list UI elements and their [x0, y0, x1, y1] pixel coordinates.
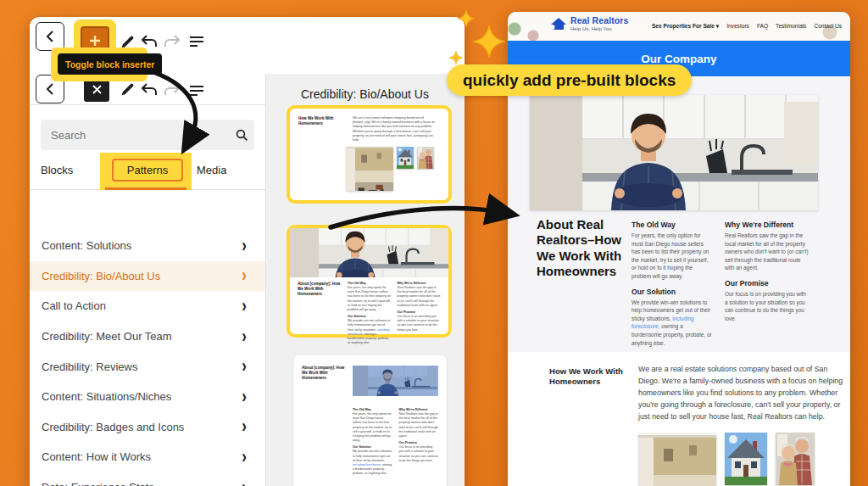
old-way-heading: The Old Way: [632, 221, 713, 229]
screenshot-canvas: Toggle block inserter: [0, 0, 868, 486]
chevron-right-icon: ›: [242, 234, 247, 257]
list-view-icon: [189, 36, 204, 47]
pattern-category-bio-about-us[interactable]: Credibility: Bio/About Us›: [30, 261, 265, 292]
about-column-2: Why We're Different Real Realtors saw th…: [725, 221, 810, 329]
pattern-category-experience-stats[interactable]: Data: Experience Stats›: [30, 472, 265, 486]
chevron-right-icon: ›: [242, 385, 247, 408]
chevron-right-icon: ›: [242, 476, 247, 486]
plus-icon: [89, 35, 101, 47]
mini-link[interactable]: including foreclosure,: [353, 463, 381, 466]
back-chevron-icon: [45, 83, 55, 95]
pattern3-heading: About [company]: How We Work With Homeow…: [302, 366, 346, 396]
search-box: [41, 120, 254, 150]
how-we-work-heading: How We Work With Homeowners: [549, 366, 638, 388]
category-label: Content: Situations/Niches: [42, 390, 171, 403]
list-view-icon: [189, 85, 204, 97]
pattern1-body: We are a real estate solutions company b…: [353, 116, 440, 142]
redo-icon: [164, 83, 181, 97]
tab-patterns-highlight[interactable]: Patterns: [100, 153, 192, 190]
pattern-category-badges-and-icons[interactable]: Credibility: Badges and Icons›: [30, 412, 265, 443]
pattern-category-how-it-works[interactable]: Content: How it Works›: [30, 442, 265, 472]
pattern2-heading: About [company]: How We Work With Homeow…: [298, 282, 342, 345]
pattern-preview-card-2[interactable]: About [company]: How We Work With Homeow…: [287, 225, 452, 338]
site-brand-name: Real Realtors: [570, 15, 628, 25]
mini-paragraph: Our focus is on providing you with a sol…: [398, 315, 442, 332]
site-logo[interactable]: Real Realtors Help Us, Help You: [550, 15, 628, 31]
category-label: Credibility: Meet Our Team: [42, 330, 172, 343]
pattern-category-reviews[interactable]: Credibility: Reviews›: [30, 351, 265, 382]
pattern-category-situations-niches[interactable]: Content: Situations/Niches›: [30, 382, 265, 412]
page-title: Our Company: [641, 53, 716, 65]
category-label: Call to Action: [42, 299, 106, 312]
pencil-icon: [120, 35, 135, 49]
pattern-preview-card-1[interactable]: How We Work With Homeowners We are a rea…: [287, 105, 452, 204]
sparkle-icon: [458, 10, 475, 27]
mini-heading: Our Promise: [399, 441, 439, 444]
pattern-category-list: Content: Solutions› Credibility: Bio/Abo…: [30, 231, 265, 486]
pattern1-heading: How We Work With Homeowners: [298, 116, 348, 142]
house-photo: [397, 147, 414, 169]
category-label: Credibility: Reviews: [42, 360, 137, 373]
pattern-category-call-to-action[interactable]: Call to Action›: [30, 291, 265, 321]
redo-icon: [164, 35, 181, 48]
chevron-right-icon: ›: [242, 265, 247, 288]
our-solution-heading: Our Solution: [632, 288, 713, 296]
mini-paragraph: We provide win-win solutions to help hom…: [353, 450, 392, 476]
our-promise-heading: Our Promise: [725, 279, 810, 288]
pattern-category-content-solutions[interactable]: Content: Solutions›: [30, 231, 265, 261]
category-label: Data: Experience Stats: [42, 481, 154, 486]
mini-heading: Our Solution: [353, 445, 392, 449]
site-nav: See Properties For Sale ▾ Investors FAQ …: [652, 23, 842, 30]
back-button[interactable]: [36, 22, 64, 51]
mini-paragraph: Our focus is on providing you with a sol…: [399, 445, 439, 463]
nav-faq[interactable]: FAQ: [757, 23, 768, 30]
chevron-right-icon: ›: [242, 325, 247, 348]
mini-heading: Our Solution: [348, 315, 392, 318]
our-solution-text: We provide win-win solutions to help hom…: [632, 299, 713, 348]
mini-heading: Our Promise: [398, 310, 442, 314]
tab-media[interactable]: Media: [197, 153, 226, 187]
old-way-text: For years, the only option for most San …: [632, 232, 713, 281]
how-we-work-images: [638, 433, 815, 486]
tab-blocks[interactable]: Blocks: [41, 153, 73, 187]
block-inserter-tooltip: Toggle block inserter: [58, 53, 162, 75]
pattern-preview-card-3[interactable]: About [company]: How We Work With Homeow…: [293, 355, 447, 486]
elderly-couple-photo: [417, 147, 434, 169]
undo-button-2[interactable]: [140, 81, 159, 98]
redo-button[interactable]: [163, 33, 181, 50]
pattern-category-meet-our-team[interactable]: Credibility: Meet Our Team›: [30, 321, 265, 352]
list-view-button-2[interactable]: [187, 82, 206, 99]
annotation-callout-text: quickly add pre-built blocks: [463, 71, 676, 90]
mini-paragraph: We provide win-win solutions to help hom…: [348, 319, 392, 345]
undo-icon: [141, 35, 158, 48]
about-heading: About Real Realtors–How We Work With Hom…: [537, 217, 635, 279]
tooltip-label: Toggle block inserter: [65, 59, 154, 70]
pattern-preview-column: Credibility: Bio/About Us How We Work Wi…: [266, 74, 465, 486]
category-label: Credibility: Bio/About Us: [42, 270, 160, 282]
list-view-button[interactable]: [187, 33, 206, 50]
kitchen-hero-photo: [290, 228, 448, 277]
house-logo-icon: [550, 17, 567, 31]
mini-paragraph: Real Realtors saw the gap in the local m…: [399, 412, 439, 439]
nav-investors[interactable]: Investors: [726, 23, 749, 30]
messy-room-photo: [346, 147, 393, 191]
tab-patterns[interactable]: Patterns: [112, 159, 183, 182]
category-label: Credibility: Badges and Icons: [42, 421, 184, 433]
sparkle-icon: [473, 25, 505, 58]
nav-properties-for-sale[interactable]: See Properties For Sale ▾: [652, 23, 719, 30]
mini-heading: Why We're Different: [398, 282, 442, 285]
nav-testimonials[interactable]: Testimonials: [776, 23, 806, 30]
sparkle-icon: [449, 51, 463, 64]
why-different-heading: Why We're Different: [725, 221, 810, 229]
chevron-right-icon: ›: [242, 445, 247, 468]
category-label: Content: How it Works: [42, 450, 151, 463]
redo-button-2[interactable]: [163, 81, 181, 98]
about-column-1: The Old Way For years, the only option f…: [632, 221, 713, 354]
search-input[interactable]: [41, 129, 229, 142]
annotation-callout: quickly add pre-built blocks: [447, 64, 692, 96]
edit-mode-button-2[interactable]: [118, 81, 136, 98]
nav-contact-us[interactable]: Contact Us: [814, 23, 842, 30]
why-different-text: Real Realtors saw the gap in the local m…: [725, 232, 810, 272]
pattern-category-title: Credibility: Bio/About Us: [301, 87, 429, 101]
search-icon[interactable]: [229, 128, 254, 142]
